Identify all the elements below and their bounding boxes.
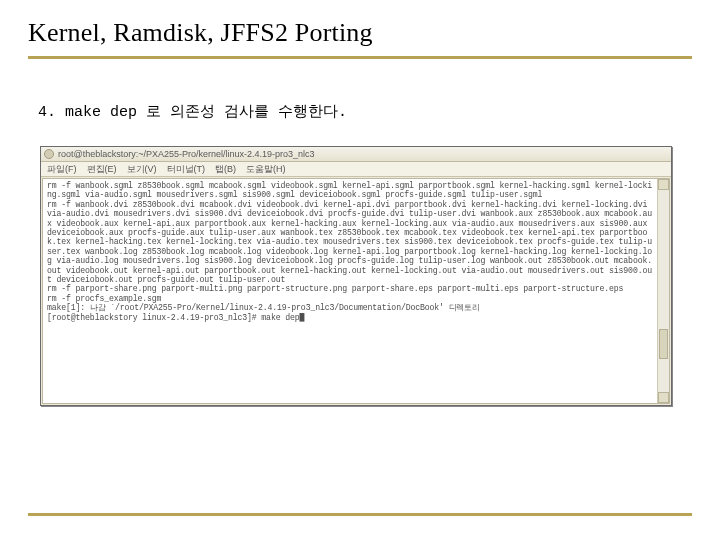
step-text: 4. make dep 로 의존성 검사를 수행한다. [38, 102, 347, 121]
window-title-text: root@theblackstory:~/PXA255-Pro/kernel/l… [58, 149, 315, 159]
window-titlebar[interactable]: root@theblackstory:~/PXA255-Pro/kernel/l… [41, 147, 671, 162]
title-divider [28, 56, 692, 59]
menu-tabs[interactable]: 탭(B) [215, 163, 236, 176]
page-title: Kernel, Ramdisk, JFFS2 Porting [28, 18, 692, 54]
scrollbar[interactable] [657, 179, 669, 403]
scroll-down-button[interactable] [658, 392, 669, 403]
terminal-client-area: rm -f wanbook.sgml z8530book.sgml mcaboo… [42, 178, 670, 404]
terminal-window: root@theblackstory:~/PXA255-Pro/kernel/l… [40, 146, 672, 406]
menu-terminal[interactable]: 터미널(T) [167, 163, 206, 176]
menu-view[interactable]: 보기(V) [127, 163, 157, 176]
scroll-thumb[interactable] [659, 329, 668, 359]
menu-edit[interactable]: 편집(E) [87, 163, 117, 176]
menu-bar[interactable]: 파일(F) 편집(E) 보기(V) 터미널(T) 탭(B) 도움말(H) [41, 162, 671, 177]
menu-file[interactable]: 파일(F) [47, 163, 77, 176]
scroll-up-button[interactable] [658, 179, 669, 190]
footer-divider [28, 513, 692, 516]
terminal-output: rm -f wanbook.sgml z8530book.sgml mcaboo… [43, 179, 669, 324]
menu-help[interactable]: 도움말(H) [246, 163, 286, 176]
window-icon [44, 149, 54, 159]
